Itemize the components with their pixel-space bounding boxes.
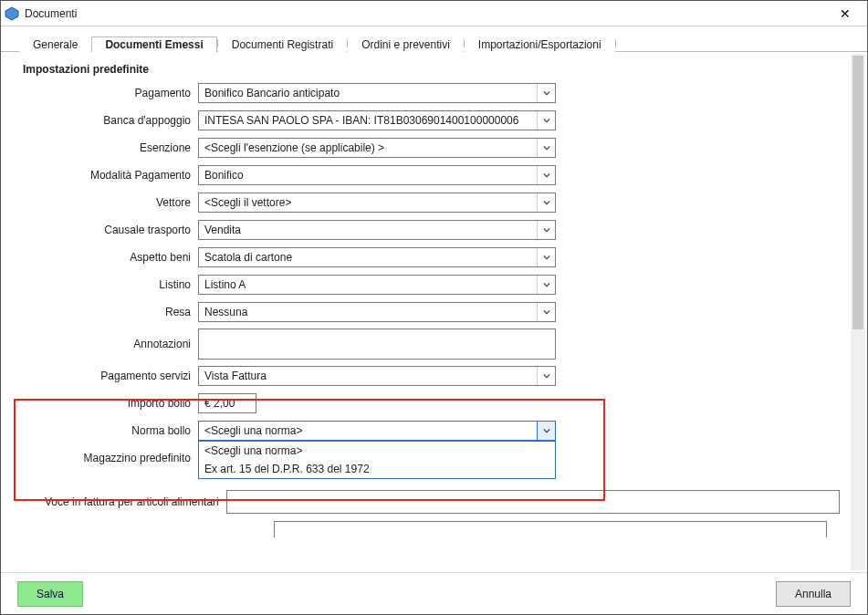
label-annotazioni: Annotazioni [26,338,198,350]
label-banca: Banca d'appoggio [26,114,198,127]
tab-ordini-preventivi[interactable]: Ordini e preventivi [348,36,464,52]
label-aspetto: Aspetto beni [26,251,198,264]
chevron-down-icon [537,248,555,266]
label-voce-fattura: Voce in fattura per articoli alimentari [19,495,226,508]
chevron-down-icon [537,422,555,440]
combo-listino[interactable]: Listino A [198,275,556,295]
dropdown-option[interactable]: <Scegli una norma> [199,442,555,460]
save-button[interactable]: Salva [17,581,83,607]
input-importo-bollo[interactable]: € 2,00 [198,393,256,413]
titlebar: Documenti ✕ [1,1,867,26]
label-pagamento-servizi: Pagamento servizi [26,370,198,382]
combo-pagamento[interactable]: Bonifico Bancario anticipato [198,83,556,103]
input-extra-bottom[interactable] [274,521,827,537]
app-icon [5,6,19,21]
label-norma-bollo: Norma bollo [26,424,198,437]
dropdown-option[interactable]: Ex art. 15 del D.P.R. 633 del 1972 [199,460,555,478]
label-listino: Listino [26,278,198,291]
tabstrip: Generale Documenti Emessi Documenti Regi… [1,26,867,52]
combo-norma-bollo[interactable]: <Scegli una norma> [198,421,556,441]
label-esenzione: Esenzione [26,141,198,154]
label-pagamento: Pagamento [26,87,198,99]
chevron-down-icon [537,166,555,184]
label-importo-bollo: Importo bollo [26,397,198,410]
combo-modalita[interactable]: Bonifico [198,165,556,185]
scrollbar-thumb[interactable] [852,56,863,329]
group-caption: Impostazioni predefinite [23,63,854,76]
dropdown-norma-bollo: <Scegli una norma> Ex art. 15 del D.P.R.… [198,441,556,479]
chevron-down-icon [537,276,555,294]
textarea-annotazioni[interactable] [198,328,556,360]
label-resa: Resa [26,306,198,318]
tab-documenti-emessi[interactable]: Documenti Emessi [91,36,216,52]
input-voce-fattura[interactable] [226,490,840,514]
combo-resa[interactable]: Nessuna [198,302,556,322]
combo-pagamento-servizi[interactable]: Vista Fattura [198,366,556,386]
label-causale: Causale trasporto [26,224,198,236]
label-vettore: Vettore [26,196,198,209]
chevron-down-icon [537,221,555,239]
tab-import-export[interactable]: Importazioni/Esportazioni [465,36,615,52]
svg-marker-0 [5,7,18,20]
window-title: Documenti [25,7,827,20]
cancel-button[interactable]: Annulla [776,581,851,607]
chevron-down-icon [537,193,555,212]
chevron-down-icon [537,84,555,102]
scrollbar-vertical[interactable] [851,54,865,570]
footer: Salva Annulla [1,572,867,614]
combo-banca[interactable]: INTESA SAN PAOLO SPA - IBAN: IT81B030690… [198,110,556,130]
chevron-down-icon [537,303,555,321]
chevron-down-icon [537,111,555,130]
label-modalita: Modalità Pagamento [26,169,198,182]
tab-generale[interactable]: Generale [19,36,91,52]
chevron-down-icon [537,367,555,385]
tab-documenti-registrati[interactable]: Documenti Registrati [218,36,347,52]
combo-aspetto[interactable]: Scatola di cartone [198,247,556,267]
combo-vettore[interactable]: <Scegli il vettore> [198,193,556,213]
label-magazzino: Magazzino predefinito [26,452,198,464]
chevron-down-icon [537,139,555,157]
close-button[interactable]: ✕ [827,2,863,26]
combo-causale[interactable]: Vendita [198,220,556,240]
combo-esenzione[interactable]: <Scegli l'esenzione (se applicabile) > [198,138,556,158]
